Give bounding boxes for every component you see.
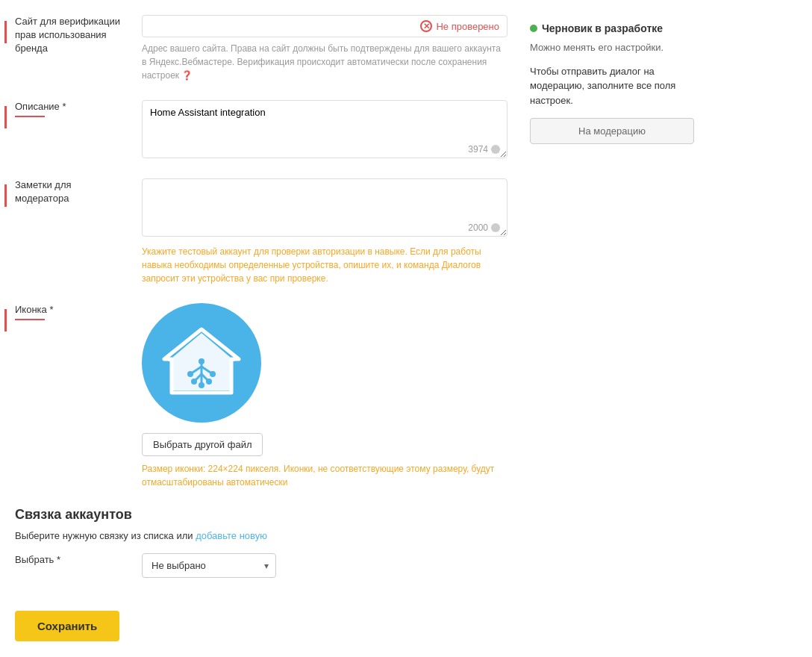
accounts-select[interactable]: Не выбрано <box>142 553 276 578</box>
icon-size-hint: Размер иконки: 224×224 пикселя. Иконки, … <box>142 462 508 489</box>
site-field: ✕ Не проверено Адрес вашего сайта. Права… <box>142 15 508 82</box>
description-field: Home Assistant integration 3974 <box>142 100 508 161</box>
moderator-field: 2000 Укажите тестовый аккаунт для провер… <box>142 178 508 285</box>
icon-label: Иконка * <box>15 298 127 320</box>
icon-row: Иконка * <box>15 303 508 489</box>
svg-point-11 <box>191 379 197 384</box>
site-label-wrapper: Сайт для верификации прав использования … <box>15 15 127 56</box>
site-hint: Адрес вашего сайта. Права на сайт должны… <box>142 42 508 82</box>
hint-question-mark: ❓ <box>181 70 193 81</box>
svg-point-12 <box>206 379 212 384</box>
select-row: Выбрать * Не выбрано ▾ <box>15 553 508 578</box>
icon-field: Выбрать другой файл Размер иконки: 224×2… <box>142 303 508 489</box>
svg-point-9 <box>210 371 216 377</box>
required-asterisk: * <box>62 101 66 112</box>
moderator-label: Заметки для модератора <box>15 173 72 204</box>
not-verified-text: Не проверено <box>436 21 499 32</box>
select-label-wrapper: Выбрать * <box>15 553 127 567</box>
moderator-row: Заметки для модератора 2000 Укажите тест… <box>15 178 508 285</box>
select-field: Не выбрано ▾ <box>142 553 508 578</box>
svg-point-7 <box>199 358 204 364</box>
description-counter: 3974 <box>468 144 500 155</box>
moderator-textarea-wrapper: 2000 <box>142 178 508 239</box>
status-label: Черновик в разработке <box>542 22 663 34</box>
status-dot <box>530 25 537 32</box>
moderator-counter-icon <box>491 223 500 232</box>
svg-point-10 <box>199 382 204 388</box>
description-label-wrapper: Описание * <box>15 100 127 117</box>
icon-svg <box>157 318 246 408</box>
icon-preview <box>142 303 261 423</box>
icon-required-asterisk: * <box>49 304 53 315</box>
svg-point-8 <box>187 371 193 377</box>
accounts-hint: Выберите нужную связку из списка или доб… <box>15 530 508 541</box>
not-verified-status: ✕ Не проверено <box>420 20 499 32</box>
description-row: Описание * Home Assistant integration 39… <box>15 100 508 161</box>
site-label: Сайт для верификации прав использования … <box>15 10 120 54</box>
moderator-label-wrapper: Заметки для модератора <box>15 178 127 205</box>
url-field-wrapper: ✕ Не проверено <box>142 15 508 37</box>
sidebar: Черновик в разработке Можно менять его н… <box>530 15 694 656</box>
status-row: Черновик в разработке <box>530 22 694 34</box>
select-wrapper: Не выбрано ▾ <box>142 553 276 578</box>
required-underline <box>15 116 45 117</box>
sidebar-description: Можно менять его настройки. <box>530 40 694 55</box>
sidebar-moderation-hint: Чтобы отправить диалог на модерацию, зап… <box>530 64 694 108</box>
choose-file-button[interactable]: Выбрать другой файл <box>142 433 263 456</box>
icon-label-wrapper: Иконка * <box>15 303 127 320</box>
not-verified-icon: ✕ <box>420 20 432 32</box>
counter-icon <box>491 145 500 154</box>
moderator-hint: Укажите тестовый аккаунт для проверки ав… <box>142 245 508 285</box>
accounts-title: Связка аккаунтов <box>15 507 508 523</box>
icon-required-underline <box>15 319 45 320</box>
moderator-counter: 2000 <box>468 222 500 233</box>
accounts-link[interactable]: добавьте новую <box>196 530 267 541</box>
moderation-button[interactable]: На модерацию <box>530 118 694 144</box>
description-textarea[interactable]: Home Assistant integration <box>142 100 508 158</box>
save-button[interactable]: Сохранить <box>15 611 119 641</box>
select-required-asterisk: * <box>57 554 60 565</box>
description-textarea-wrapper: Home Assistant integration 3974 <box>142 100 508 161</box>
site-row: Сайт для верификации прав использования … <box>15 15 508 82</box>
moderator-textarea[interactable] <box>142 178 508 237</box>
accounts-section: Связка аккаунтов Выберите нужную связку … <box>15 507 508 656</box>
site-input[interactable] <box>150 21 414 32</box>
description-label: Описание * <box>15 95 127 117</box>
main-form: Сайт для верификации прав использования … <box>15 15 508 656</box>
select-label: Выбрать * <box>15 548 60 565</box>
